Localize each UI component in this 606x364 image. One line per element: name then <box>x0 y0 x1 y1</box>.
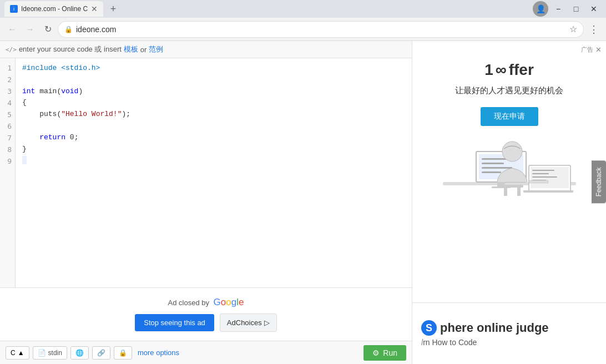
toolbar-static-text: enter your source code 或 insert <box>19 44 122 54</box>
title-bar: i Ideone.com - Online C ✕ + 👤 − □ ✕ <box>0 0 606 18</box>
close-button[interactable]: ✕ <box>586 1 602 17</box>
minimize-button[interactable]: − <box>551 1 566 17</box>
ad-label: 广告 ✕ <box>581 46 602 54</box>
editor-panel: </> enter your source code 或 insert 模板 o… <box>0 41 412 364</box>
bottom-toolbar: C ▲ 📄 stdin 🌐 🔗 🔒 more options ⚙ Run <box>0 341 412 364</box>
profile-button[interactable]: 👤 <box>533 1 548 17</box>
template-link[interactable]: 模板 <box>124 44 138 54</box>
svg-rect-18 <box>504 188 507 196</box>
svg-rect-19 <box>517 188 521 196</box>
sphere-text: phere online judge <box>440 321 549 335</box>
stdin-button[interactable]: 📄 stdin <box>33 346 67 360</box>
run-button[interactable]: ⚙ Run <box>363 345 406 361</box>
bottom-ad-panel: S phere online judge lrn How to Code <box>412 303 606 364</box>
svg-rect-14 <box>532 176 557 178</box>
offer-subtitle: 让最好的人才遇见更好的机会 <box>455 85 563 96</box>
svg-rect-7 <box>482 167 512 169</box>
back-button[interactable]: ← <box>4 22 20 37</box>
svg-rect-13 <box>532 173 549 174</box>
editor-toolbar: </> enter your source code 或 insert 模板 o… <box>0 41 412 58</box>
language-label: C <box>11 349 16 357</box>
link-icon: 🔗 <box>97 349 105 357</box>
lock-icon: 🔒 <box>119 349 127 357</box>
ad-illustration <box>432 135 587 201</box>
chrome-menu-button[interactable]: ⋮ <box>586 22 602 37</box>
run-label: Run <box>383 348 397 357</box>
offer-number: 1 <box>484 61 493 79</box>
example-link[interactable]: 范例 <box>149 44 163 54</box>
tab-close-button[interactable]: ✕ <box>91 4 98 13</box>
offer-logo: 1 ∞ ffer <box>484 61 534 79</box>
globe-button[interactable]: 🌐 <box>70 346 89 360</box>
ad-closed-text: Ad closed by Google <box>168 297 244 308</box>
gear-icon: ⚙ <box>372 348 380 357</box>
svg-rect-6 <box>482 163 504 164</box>
offer-text: ffer <box>509 61 534 79</box>
ad-overlay: Ad closed by Google Stop seeing this ad … <box>0 287 412 341</box>
bookmark-icon[interactable]: ☆ <box>569 24 577 34</box>
language-selector[interactable]: C ▲ <box>6 346 29 360</box>
forward-button[interactable]: → <box>22 22 38 37</box>
svg-rect-8 <box>482 171 501 173</box>
new-tab-button[interactable]: + <box>105 1 121 17</box>
apply-button[interactable]: 现在申请 <box>481 107 538 126</box>
lock-button[interactable]: 🔒 <box>114 346 132 360</box>
tab-favicon: i <box>10 5 18 13</box>
nav-bar: ← → ↻ 🔒 ideone.com ☆ ⋮ <box>0 18 606 41</box>
adchoices-label: AdChoices <box>227 318 262 327</box>
adchoices-icon: ▷ <box>264 318 270 327</box>
stdin-label: stdin <box>48 349 62 357</box>
url-text: ideone.com <box>76 25 566 34</box>
lock-icon: 🔒 <box>64 26 73 33</box>
feedback-tab[interactable]: Feedback <box>592 161 606 204</box>
sphere-s-icon: S <box>421 320 437 336</box>
maximize-button[interactable]: □ <box>568 1 584 17</box>
stop-seeing-ad-button[interactable]: Stop seeing this ad <box>135 314 214 331</box>
ad-close-icon[interactable]: ✕ <box>595 46 602 54</box>
browser-tab[interactable]: i Ideone.com - Online C ✕ <box>4 1 103 17</box>
tab-title: Ideone.com - Online C <box>21 5 88 13</box>
refresh-button[interactable]: ↻ <box>40 22 55 37</box>
ad-action-buttons: Stop seeing this ad AdChoices ▷ <box>135 314 276 332</box>
toolbar-or: or <box>140 46 147 54</box>
svg-rect-20 <box>529 180 548 183</box>
sphere-tagline: lrn How to Code <box>421 338 597 347</box>
svg-point-16 <box>502 141 522 161</box>
offer-infinity: ∞ <box>496 61 507 79</box>
globe-icon: 🌐 <box>75 349 84 357</box>
right-panel: 广告 ✕ 1 ∞ ffer 让最好的人才遇见更好的机会 现在申请 <box>412 41 606 364</box>
sphere-logo: S phere online judge <box>421 320 597 336</box>
more-options-link[interactable]: more options <box>138 348 179 357</box>
main-content: </> enter your source code 或 insert 模板 o… <box>0 41 606 364</box>
google-brand-text: G <box>214 297 221 307</box>
svg-rect-17 <box>501 185 523 188</box>
top-ad-panel: 广告 ✕ 1 ∞ ffer 让最好的人才遇见更好的机会 现在申请 <box>412 41 606 303</box>
address-bar[interactable]: 🔒 ideone.com ☆ <box>58 21 584 38</box>
lang-arrow-icon: ▲ <box>18 349 24 357</box>
link-button[interactable]: 🔗 <box>92 346 110 360</box>
adchoices-button[interactable]: AdChoices ▷ <box>220 314 277 332</box>
xml-icon: </> <box>6 46 17 53</box>
svg-rect-11 <box>523 190 573 193</box>
svg-rect-12 <box>532 170 554 171</box>
window-controls: 👤 − □ ✕ <box>531 1 602 17</box>
stdin-icon: 📄 <box>38 349 46 357</box>
